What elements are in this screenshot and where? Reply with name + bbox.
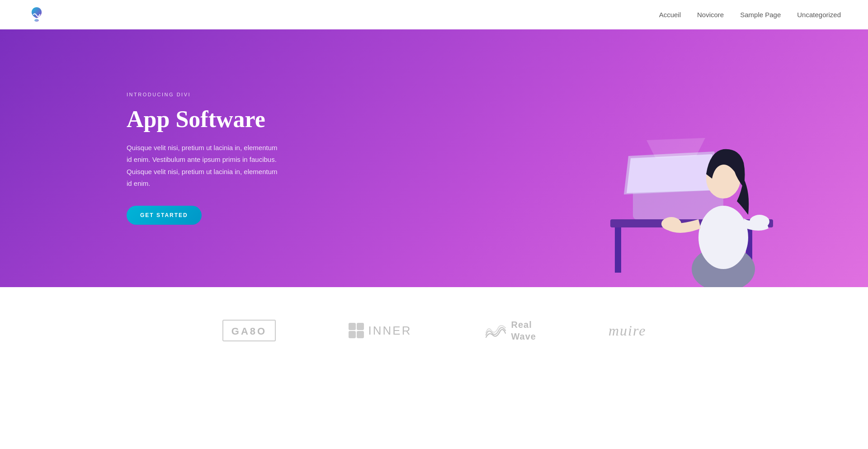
hero-illustration [588,75,778,287]
hero-content: INTRODUCING DIVI App Software Quisque ve… [0,92,280,225]
svg-rect-2 [615,227,621,273]
main-nav: Accueil Novicore Sample Page Uncategoriz… [659,11,841,19]
svg-rect-18 [357,331,364,338]
nav-accueil[interactable]: Accueil [659,11,681,19]
logo-inner: INNER [349,323,412,338]
hero-introducing: INTRODUCING DIVI [127,92,280,97]
svg-rect-15 [349,323,356,330]
inner-logo-icon [349,323,364,338]
svg-rect-16 [357,323,364,330]
logo-gabo: GA8O [222,319,276,342]
nav-sample-page[interactable]: Sample Page [740,11,781,19]
svg-point-0 [34,19,39,22]
logo-muire: muire [609,322,646,339]
svg-point-9 [698,206,748,269]
inner-logo-text: INNER [368,324,412,338]
svg-text:GA8O: GA8O [231,326,266,337]
muire-logo-text: muire [609,322,646,339]
header: Accueil Novicore Sample Page Uncategoriz… [0,0,868,29]
svg-point-11 [661,217,681,231]
realwave-logo-text: Real Wave [511,319,536,342]
logos-section: GA8O INNER Real Wave muire [0,287,868,378]
hero-title: App Software [127,106,280,132]
svg-rect-17 [349,331,356,338]
nav-novicore[interactable]: Novicore [697,11,724,19]
realwave-logo-icon [484,321,506,340]
nav-uncategorized[interactable]: Uncategorized [797,11,841,19]
brand-logo-icon [27,5,46,24]
gabo-logo-icon: GA8O [222,319,276,342]
logo-realwave: Real Wave [484,319,536,342]
logo [27,5,46,24]
get-started-button[interactable]: GET STARTED [127,206,202,225]
hero-description: Quisque velit nisi, pretium ut lacinia i… [127,142,280,189]
hero-section: INTRODUCING DIVI App Software Quisque ve… [0,29,868,287]
svg-point-12 [750,215,769,228]
svg-marker-7 [646,138,705,158]
